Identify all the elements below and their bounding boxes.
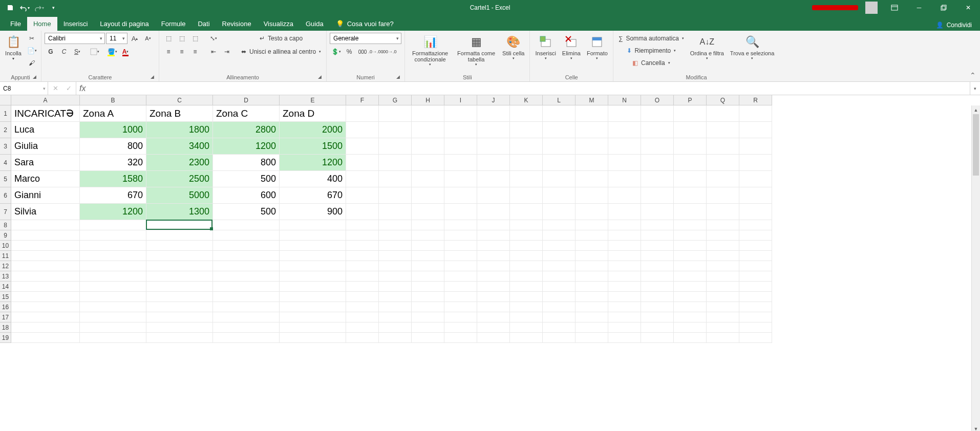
- cell[interactable]: [674, 105, 707, 122]
- cell[interactable]: [444, 138, 477, 155]
- cell[interactable]: [11, 271, 80, 282]
- cell[interactable]: [641, 187, 674, 204]
- cell[interactable]: [11, 302, 80, 312]
- col-header-I[interactable]: I: [444, 95, 477, 105]
- fill-color-button[interactable]: 🪣▾: [106, 46, 118, 57]
- col-header-D[interactable]: D: [213, 95, 280, 105]
- undo-button[interactable]: ▾: [18, 2, 31, 14]
- align-center-button[interactable]: ≡: [176, 46, 188, 57]
- cell[interactable]: [674, 187, 707, 204]
- cell[interactable]: [444, 204, 477, 220]
- cell[interactable]: [379, 204, 412, 220]
- cell[interactable]: [543, 322, 576, 333]
- cell[interactable]: [213, 292, 280, 302]
- cell[interactable]: [674, 322, 707, 333]
- font-color-button[interactable]: A▾: [119, 46, 132, 57]
- cell[interactable]: [280, 312, 346, 322]
- decrease-font-button[interactable]: A▾: [142, 33, 154, 44]
- cell[interactable]: 1200: [280, 155, 346, 171]
- cut-button[interactable]: ✂: [26, 33, 38, 44]
- align-top-button[interactable]: ⬚: [162, 33, 175, 44]
- cell[interactable]: [674, 230, 707, 241]
- cell[interactable]: [576, 138, 608, 155]
- user-avatar[interactable]: [865, 2, 878, 14]
- cell[interactable]: [543, 251, 576, 261]
- cell[interactable]: Luca: [11, 122, 80, 138]
- cell[interactable]: [346, 138, 379, 155]
- cell[interactable]: [576, 333, 608, 343]
- cell[interactable]: [346, 292, 379, 302]
- cell[interactable]: [444, 312, 477, 322]
- cell[interactable]: [379, 155, 412, 171]
- row-header-3[interactable]: 3: [0, 138, 11, 155]
- cell[interactable]: [543, 312, 576, 322]
- cell[interactable]: [576, 230, 608, 241]
- cell[interactable]: [280, 261, 346, 271]
- ribbon-display-button[interactable]: [883, 0, 906, 15]
- cell[interactable]: [477, 122, 510, 138]
- cell[interactable]: [739, 171, 772, 187]
- clear-button[interactable]: ◧Cancella▾: [616, 57, 686, 69]
- cell[interactable]: [477, 204, 510, 220]
- cell[interactable]: [346, 220, 379, 230]
- cell[interactable]: 1580: [80, 171, 146, 187]
- cell[interactable]: [674, 333, 707, 343]
- cell[interactable]: [510, 302, 543, 312]
- decrease-decimal-button[interactable]: .00→.0: [383, 46, 395, 57]
- cell[interactable]: [213, 241, 280, 251]
- cell[interactable]: [146, 251, 213, 261]
- cell[interactable]: [608, 261, 641, 271]
- cell[interactable]: [641, 302, 674, 312]
- cell[interactable]: [379, 312, 412, 322]
- share-button[interactable]: Condividi: [947, 21, 972, 29]
- cell[interactable]: [11, 230, 80, 241]
- font-size-combo[interactable]: 11: [106, 33, 127, 44]
- paste-button[interactable]: 📋 Incolla ▾: [3, 33, 24, 62]
- cell[interactable]: [510, 271, 543, 282]
- cell[interactable]: [510, 204, 543, 220]
- cell[interactable]: [641, 241, 674, 251]
- cell[interactable]: [543, 122, 576, 138]
- cell[interactable]: [213, 282, 280, 292]
- save-button[interactable]: [4, 2, 16, 14]
- autosum-button[interactable]: ∑Somma automatica▾: [616, 33, 686, 44]
- row-header-1[interactable]: 1: [0, 105, 11, 122]
- cell[interactable]: [674, 282, 707, 292]
- cell[interactable]: [346, 241, 379, 251]
- col-header-H[interactable]: H: [412, 95, 444, 105]
- col-header-B[interactable]: B: [80, 95, 146, 105]
- cell[interactable]: [739, 204, 772, 220]
- cell[interactable]: [641, 220, 674, 230]
- cell[interactable]: [641, 138, 674, 155]
- cell[interactable]: [346, 302, 379, 312]
- clipboard-launcher[interactable]: ◢: [31, 73, 38, 80]
- cell[interactable]: [543, 302, 576, 312]
- number-format-combo[interactable]: Generale: [330, 33, 401, 44]
- row-header-18[interactable]: 18: [0, 322, 11, 333]
- cell[interactable]: [379, 230, 412, 241]
- cell[interactable]: [412, 333, 444, 343]
- cell[interactable]: Giulia: [11, 138, 80, 155]
- cell[interactable]: [80, 292, 146, 302]
- cell[interactable]: [641, 171, 674, 187]
- cell[interactable]: [739, 155, 772, 171]
- sort-filter-button[interactable]: A↓Z Ordina e filtra▾: [688, 33, 726, 61]
- cell[interactable]: [346, 333, 379, 343]
- cell[interactable]: [608, 241, 641, 251]
- fx-icon[interactable]: fx: [76, 82, 89, 95]
- cell[interactable]: [444, 261, 477, 271]
- cell[interactable]: [707, 220, 739, 230]
- cell[interactable]: Zona A: [80, 105, 146, 122]
- align-left-button[interactable]: ≡: [162, 46, 175, 57]
- cell[interactable]: [412, 271, 444, 282]
- cell[interactable]: [412, 220, 444, 230]
- col-header-R[interactable]: R: [739, 95, 772, 105]
- cell[interactable]: [641, 155, 674, 171]
- cell[interactable]: [412, 261, 444, 271]
- cell[interactable]: [379, 241, 412, 251]
- format-painter-button[interactable]: 🖌: [26, 57, 38, 69]
- cell[interactable]: [346, 122, 379, 138]
- format-cells-button[interactable]: Formato▾: [585, 33, 610, 61]
- cell[interactable]: [146, 322, 213, 333]
- cell[interactable]: [477, 312, 510, 322]
